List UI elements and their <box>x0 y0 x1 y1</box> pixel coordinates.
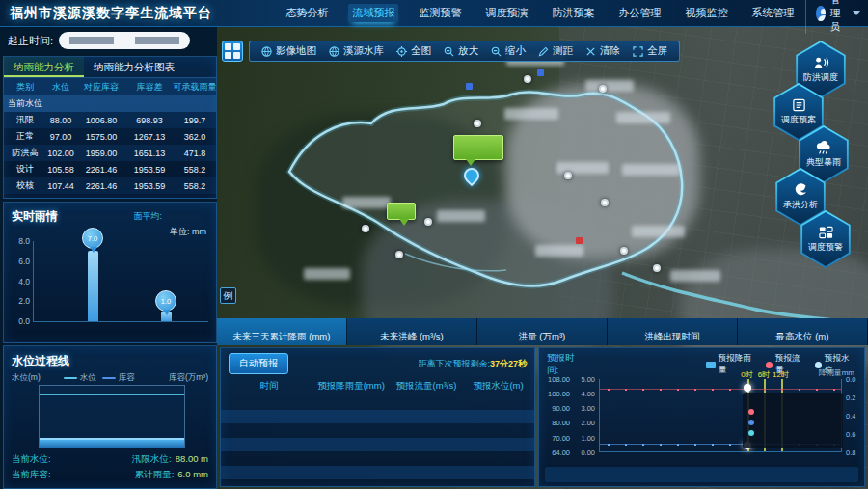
red-marker[interactable] <box>576 237 583 244</box>
table-row[interactable]: 设计105.582261.461953.59558.2 <box>4 161 216 177</box>
station-marker[interactable] <box>601 199 609 206</box>
table-row[interactable] <box>221 479 534 489</box>
stat-future-peak[interactable]: 未来洪峰 (m³/s) <box>347 318 477 345</box>
blurred-header-text <box>239 8 282 18</box>
nav-situation-analysis[interactable]: 态势分析 <box>282 4 332 22</box>
station-marker[interactable] <box>653 264 661 272</box>
flow-legend-dot <box>766 362 773 368</box>
tab-capacity-analysis[interactable]: 纳雨能力分析 <box>4 57 84 77</box>
table-row[interactable] <box>221 438 534 452</box>
tool-imagery-map[interactable]: 影像地图 <box>261 44 316 58</box>
rain-bar[interactable] <box>88 251 98 321</box>
time-range-label: 起止时间: <box>8 34 53 48</box>
station-marker[interactable] <box>424 218 432 226</box>
level-series-line <box>40 394 184 395</box>
station-marker[interactable] <box>395 251 403 258</box>
station-marker[interactable] <box>524 75 531 83</box>
forecast-line-chart[interactable]: 0时 6时 12时 <box>599 379 842 452</box>
tool-measure[interactable]: 测距 <box>538 44 573 58</box>
chart-tooltip <box>743 393 843 448</box>
wave-icon <box>793 183 808 197</box>
table-row[interactable]: 汛限88.001006.80698.93199.7 <box>4 112 216 128</box>
table-row[interactable] <box>221 423 534 438</box>
plan-document-icon <box>792 98 806 112</box>
blue-marker[interactable] <box>537 69 544 76</box>
tool-zoom-in[interactable]: 放大 <box>444 44 478 58</box>
stat-peak-time[interactable]: 洪峰出现时间 <box>608 318 738 345</box>
table-row[interactable]: 正常97.001575.001267.13362.0 <box>4 128 216 145</box>
user-menu[interactable]: 管理员 <box>805 0 860 34</box>
zoom-in-icon <box>444 46 454 57</box>
blue-marker[interactable] <box>466 83 473 90</box>
tab-capacity-chart[interactable]: 纳雨能力分析图表 <box>84 57 184 77</box>
station-marker[interactable] <box>599 85 607 93</box>
blurred-axis-tick <box>189 389 210 395</box>
tool-xiyuan-reservoir[interactable]: 溪源水库 <box>329 44 384 58</box>
stat-rain-3day[interactable]: 未来三天累计降雨 (mm) <box>217 318 347 345</box>
blurred-axis-tick <box>12 423 33 430</box>
blurred-station-label <box>71 319 101 346</box>
blurred-map-label <box>437 210 485 222</box>
nav-monitor-warning[interactable]: 监测预警 <box>415 4 465 22</box>
rain-balloon-value: 1.0 <box>155 290 176 312</box>
layers-grid-button[interactable] <box>222 41 243 62</box>
blurred-map-label <box>535 245 583 257</box>
station-marker[interactable] <box>564 172 572 179</box>
capacity-tabs: 纳雨能力分析 纳雨能力分析图表 <box>4 57 216 78</box>
tool-fullscreen[interactable]: 全屏 <box>633 44 667 58</box>
rain-panel-title: 实时雨情 <box>12 208 58 225</box>
table-row[interactable]: 防洪高102.001959.001651.13471.8 <box>4 145 216 161</box>
level-chart-legend: 水位(m) 水位 库容 库容(万m³) <box>4 369 216 384</box>
auto-forecast-button[interactable]: 自动预报 <box>229 353 288 374</box>
nav-basin-forecast[interactable]: 流域预报 <box>348 4 398 22</box>
green-alert-callout[interactable] <box>453 135 503 160</box>
level-panel-title: 水位过程线 <box>12 354 69 367</box>
nav-office-mgmt[interactable]: 办公管理 <box>614 4 665 22</box>
blurred-map-label <box>616 112 670 123</box>
pencil-icon <box>538 46 549 57</box>
forecast-chart-panel: 预报时间: 预报降雨量 预报流量 预报水位 降雨量mm 108.00 100.0… <box>538 347 865 487</box>
blurred-axis-tick <box>12 441 33 448</box>
blurred-forecast-time <box>589 361 702 368</box>
tool-zoom-out[interactable]: 缩小 <box>491 44 526 58</box>
rain-balloon-value: 7.0 <box>82 228 103 249</box>
map-legend-button[interactable]: 例 <box>220 287 236 304</box>
table-row[interactable] <box>221 395 534 410</box>
time-range-input[interactable] <box>59 32 190 49</box>
blurred-start-date <box>69 37 114 44</box>
blurred-map-label <box>342 197 391 208</box>
app-root: 影像地图 溪源水库 全图 放大 缩小 测距 清除 全屏 <box>0 0 868 489</box>
blurred-map-label <box>556 162 609 174</box>
rain-bar-chart: 8.0 6.0 4.0 2.0 0.0 7.0 1.0 <box>33 241 208 322</box>
stat-max-level[interactable]: 最高水位 (m) <box>738 318 868 345</box>
globe-icon <box>329 46 339 57</box>
table-row[interactable] <box>221 451 534 466</box>
nav-flood-plan[interactable]: 防洪预案 <box>548 4 598 22</box>
table-row[interactable] <box>221 466 534 480</box>
tool-clear[interactable]: 清除 <box>585 44 620 58</box>
forecast-time-label: 预报时间: <box>547 352 585 377</box>
table-row[interactable]: 校核107.442261.461953.59558.2 <box>4 177 216 194</box>
green-alert-callout[interactable] <box>387 203 416 220</box>
blurred-axis-tick <box>12 389 33 395</box>
chart-summary-strip <box>545 467 858 482</box>
forecast-countdown: 距离下次预报剩余:37分27秒 <box>418 358 527 370</box>
zoom-out-icon <box>491 46 502 57</box>
station-marker[interactable] <box>362 225 369 232</box>
level-line-chart <box>39 385 185 448</box>
tool-full-extent[interactable]: 全图 <box>396 44 431 58</box>
flow-highlight-dot <box>744 384 751 392</box>
table-row-current[interactable]: 当前水位 <box>4 95 216 112</box>
table-row[interactable] <box>221 410 534 424</box>
nav-dispatch-rehearsal[interactable]: 调度预演 <box>481 4 531 22</box>
blurred-map-label <box>622 164 680 176</box>
forecast-stat-bar: 未来三天累计降雨 (mm) 未来洪峰 (m³/s) 洪量 (万m³) 洪峰出现时… <box>217 318 868 345</box>
nav-video-monitor[interactable]: 视频监控 <box>681 4 731 22</box>
station-marker[interactable] <box>620 247 628 255</box>
close-icon <box>585 46 596 57</box>
nav-system-mgmt[interactable]: 系统管理 <box>747 4 798 22</box>
stat-flood-volume[interactable]: 洪量 (万m³) <box>477 318 608 345</box>
capacity-table: 类别水位对应库容库容差可承载雨量 当前水位 汛限88.001006.80698.… <box>4 78 216 194</box>
blurred-axis-tick <box>189 441 210 448</box>
station-marker[interactable] <box>474 120 481 127</box>
